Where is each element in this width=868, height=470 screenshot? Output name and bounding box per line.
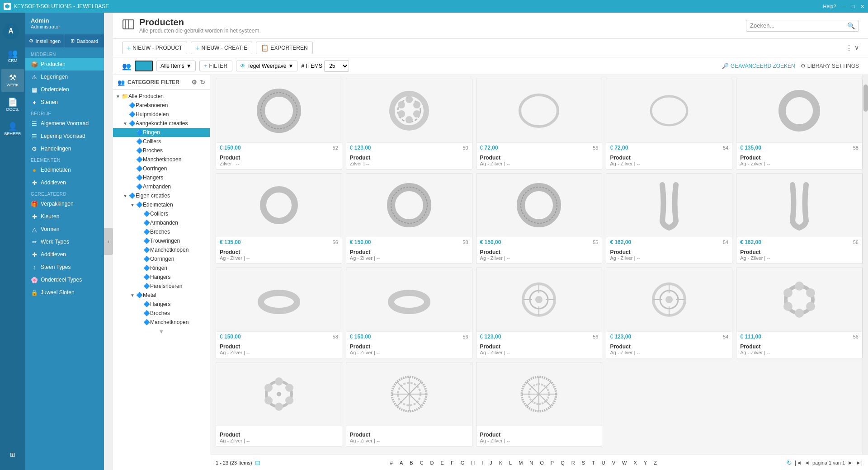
- product-card-8[interactable]: € 150,00 55 Product Ag - Zilver | --: [476, 173, 603, 264]
- beheer-nav-item[interactable]: 👤 BEHEER: [1, 118, 24, 141]
- juweel-sloten-item[interactable]: 🔒 Juweel Sloten: [25, 286, 104, 299]
- alpha-k[interactable]: K: [496, 459, 505, 467]
- tree-item-ec-broches[interactable]: 🔷 Broches: [113, 227, 210, 236]
- alpha-y[interactable]: Y: [641, 459, 650, 467]
- tree-item-edelmetalen[interactable]: ▼ 🔷 Edelmetalen: [113, 200, 210, 209]
- alpha-z[interactable]: Z: [651, 459, 660, 467]
- tree-item-hulpmiddelen[interactable]: 🔷 Hulpmiddelen: [113, 110, 210, 119]
- product-card-3[interactable]: € 72,00 56 Product Ag - Zilver | --: [476, 79, 603, 169]
- tree-item-hangers[interactable]: 🔷 Hangers: [113, 173, 210, 182]
- alpha-m[interactable]: M: [516, 459, 525, 467]
- vormen-item[interactable]: △ Vormen: [25, 223, 104, 235]
- tree-item-colliers[interactable]: 🔷 Colliers: [113, 137, 210, 146]
- right-scrollbar[interactable]: [863, 75, 868, 455]
- instellingen-tab[interactable]: ⚙ Instellingen: [25, 34, 65, 47]
- last-page-btn[interactable]: ►|: [856, 460, 863, 466]
- tree-item-ec-parelsnoeren[interactable]: 🔷 Parelsnoeren: [113, 282, 210, 291]
- alpha-j[interactable]: J: [487, 459, 495, 467]
- werk-types-item[interactable]: ✏ Werk Types: [25, 235, 104, 248]
- alpha-b[interactable]: B: [407, 459, 415, 467]
- restore-btn[interactable]: □: [852, 4, 855, 9]
- close-btn[interactable]: ✕: [860, 4, 864, 9]
- tree-item-ec-hangers[interactable]: 🔷 Hangers: [113, 273, 210, 282]
- onderdeel-types-item[interactable]: 🌸 Onderdeel Types: [25, 273, 104, 286]
- alpha-n[interactable]: N: [527, 459, 536, 467]
- tree-item-aangekochte[interactable]: ▼ 🔷 Aangekochte creaties: [113, 119, 210, 128]
- first-page-btn[interactable]: |◄: [795, 460, 802, 466]
- expand-btn[interactable]: ∨: [854, 44, 859, 52]
- alpha-d[interactable]: D: [428, 459, 437, 467]
- product-card-16[interactable]: Product Ag - Zilver | --: [216, 362, 342, 446]
- product-card-11[interactable]: € 150,00 58 Product Ag - Zilver | --: [216, 268, 342, 358]
- alpha-s[interactable]: S: [579, 459, 588, 467]
- product-card-18[interactable]: Product Ag - Zilver | --: [476, 362, 603, 446]
- more-options-btn[interactable]: ⋮: [845, 44, 853, 52]
- onderdelen-item[interactable]: ▦ Onderdelen: [25, 83, 104, 96]
- alpha-q[interactable]: Q: [558, 459, 567, 467]
- alpha-v[interactable]: V: [609, 459, 618, 467]
- tree-item-ec-armbanden[interactable]: 🔷 Armbanden: [113, 218, 210, 227]
- tree-item-alle-producten[interactable]: ▼ 📁 Alle Producten: [113, 92, 210, 101]
- product-card-5[interactable]: € 135,00 58 Product Ag - Zilver | --: [736, 79, 863, 169]
- tree-item-ringen[interactable]: 🔷 Ringen: [113, 128, 210, 137]
- search-input[interactable]: [750, 22, 844, 29]
- tree-item-ec-oorringen[interactable]: 🔷 Oorringen: [113, 254, 210, 263]
- product-card-13[interactable]: € 123,00 56 Product Ag - Zilver | --: [476, 268, 603, 358]
- alpha-r[interactable]: R: [569, 459, 578, 467]
- docs-nav-item[interactable]: 📄 DOCS.: [1, 93, 24, 117]
- algemene-voorraad-item[interactable]: ☰ Algemene Voorraad: [25, 117, 104, 130]
- additieven2-item[interactable]: ✤ Additieven: [25, 248, 104, 261]
- all-items-select[interactable]: Alle Items ▼: [156, 61, 196, 71]
- product-card-6[interactable]: € 135,00 56 Product Ag - Zilver | --: [216, 173, 342, 264]
- tree-item-eigen-creaties[interactable]: ▼ 🔷 Eigen creaties: [113, 191, 210, 200]
- alpha-w[interactable]: W: [619, 459, 629, 467]
- alpha-e[interactable]: E: [438, 459, 447, 467]
- tree-item-metal-broches[interactable]: 🔷 Broches: [113, 309, 210, 318]
- alpha-x[interactable]: X: [631, 459, 639, 467]
- alpha-p[interactable]: P: [548, 459, 557, 467]
- alpha-h[interactable]: H: [468, 459, 477, 467]
- category-refresh-btn[interactable]: ↻: [200, 79, 205, 86]
- view-select[interactable]: 👁 Tegel Weergave ▼: [236, 61, 297, 71]
- legering-voorraad-item[interactable]: ☰ Legering Voorraad: [25, 130, 104, 142]
- new-product-btn[interactable]: + NIEUW - PRODUCT: [122, 42, 187, 54]
- color-picker[interactable]: [135, 61, 153, 71]
- alpha-f[interactable]: F: [448, 459, 457, 467]
- product-card-7[interactable]: € 150,00 58 Product Ag - Zilver | --: [346, 173, 472, 264]
- tree-item-ec-ringen[interactable]: 🔷 Ringen: [113, 263, 210, 273]
- grid-view-btn[interactable]: ⊞: [1, 443, 24, 466]
- scrollbar-thumb[interactable]: [863, 85, 868, 112]
- product-card-10[interactable]: € 162,00 56 Product Ag - Zilver | --: [736, 173, 863, 264]
- alpha-hash[interactable]: #: [387, 459, 396, 467]
- tree-item-metal-hangers[interactable]: 🔷 Hangers: [113, 300, 210, 309]
- product-card-4[interactable]: € 72,00 54 Product Ag - Zilver | --: [606, 79, 732, 169]
- prev-page-btn[interactable]: ◄: [804, 460, 810, 466]
- legeringen-item[interactable]: ⚠ Legeringen: [25, 70, 104, 83]
- tree-item-metal-manchetknopen[interactable]: 🔷 Manchetknopen: [113, 318, 210, 327]
- alpha-u[interactable]: U: [599, 459, 608, 467]
- minimize-btn[interactable]: —: [841, 4, 846, 9]
- dasboard-tab[interactable]: ⊞ Dasboard: [65, 34, 104, 47]
- next-page-btn[interactable]: ►: [848, 460, 853, 466]
- kleuren-item[interactable]: ✤ Kleuren: [25, 210, 104, 223]
- tree-item-parelsnoeren[interactable]: 🔷 Parelsnoeren: [113, 101, 210, 110]
- collapse-sidebar-btn[interactable]: ‹: [104, 228, 113, 255]
- alpha-l[interactable]: L: [506, 459, 514, 467]
- edelmetalen-item[interactable]: ● Edelmetalen: [25, 164, 104, 176]
- product-card-14[interactable]: € 123,00 54 Product Ag - Zilver | --: [606, 268, 732, 358]
- additieven-item[interactable]: ✤ Additieven: [25, 176, 104, 189]
- tree-item-ec-manchetknopen[interactable]: 🔷 Manchetknopen: [113, 245, 210, 254]
- product-card-1[interactable]: € 150,00 52 Product Zilver | --: [216, 79, 342, 169]
- product-card-12[interactable]: 1,00 st. € 150,00 56 Product Ag: [346, 268, 472, 358]
- product-card-15[interactable]: € 111,00 56 Product Ag - Zilver | --: [736, 268, 863, 358]
- alpha-a[interactable]: A: [397, 459, 406, 467]
- product-card-17[interactable]: Product Ag - Zilver | --: [346, 362, 472, 446]
- product-card-9[interactable]: € 162,00 54 Product Ag - Zilver | --: [606, 173, 732, 264]
- help-text[interactable]: Help?: [823, 4, 836, 9]
- producten-item[interactable]: 📦 Producten: [25, 58, 104, 70]
- alpha-o[interactable]: O: [537, 459, 547, 467]
- new-creatie-btn[interactable]: + NIEUW - CREATIE: [191, 42, 252, 54]
- refresh-btn[interactable]: ↻: [787, 459, 792, 466]
- alpha-g[interactable]: G: [458, 459, 467, 467]
- tree-item-ec-colliers[interactable]: 🔷 Colliers: [113, 209, 210, 218]
